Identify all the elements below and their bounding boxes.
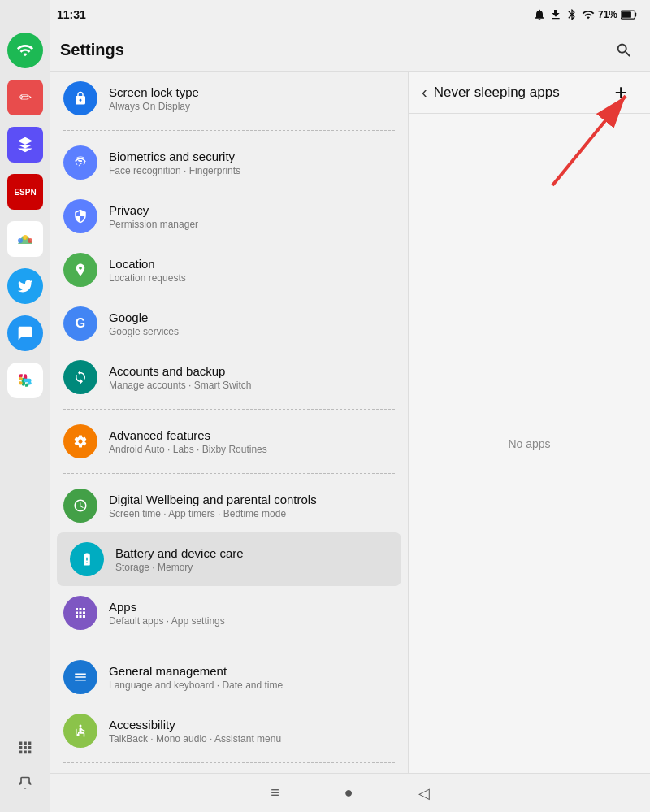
settings-text-location: Location Location requests (109, 257, 395, 284)
settings-list: Screen lock type Always On Display Biome… (50, 72, 408, 773)
sidebar-app-tasks[interactable]: ✏ (7, 80, 43, 115)
nav-home[interactable]: ● (344, 784, 353, 801)
settings-icon-battery (70, 542, 104, 576)
settings-icon-google: G (63, 306, 98, 341)
panel-title: Never sleeping apps (434, 85, 604, 101)
settings-text-screenlock: Screen lock type Always On Display (109, 85, 395, 112)
settings-text-privacy: Privacy Permission manager (109, 203, 395, 230)
sidebar-app-espn[interactable]: ESPN (7, 174, 43, 210)
svg-point-2 (28, 238, 32, 243)
settings-icon-biometrics (63, 145, 98, 180)
divider-3 (63, 473, 395, 474)
status-time: 11:31 (57, 8, 86, 21)
settings-text-google: Google Google services (109, 310, 395, 337)
settings-item-privacy[interactable]: Privacy Permission manager (50, 189, 408, 243)
search-button[interactable] (608, 34, 640, 67)
settings-item-battery[interactable]: Battery and device care Storage · Memory (57, 532, 401, 586)
alarm-icon (533, 8, 546, 21)
main-content: 11:31 71% Settings (50, 0, 650, 812)
settings-icon-screenlock (63, 81, 98, 115)
battery-icon (621, 9, 637, 20)
no-apps-text: No apps (495, 437, 563, 450)
settings-item-biometrics[interactable]: Biometrics and security Face recognition… (50, 136, 408, 189)
pin-icon[interactable] (17, 775, 33, 796)
settings-item-screenlock[interactable]: Screen lock type Always On Display (50, 72, 408, 125)
sidebar-app-slack[interactable] (7, 363, 43, 398)
nav-back[interactable]: ◁ (418, 784, 430, 802)
settings-text-wellbeing: Digital Wellbeing and parental controls … (109, 493, 395, 519)
settings-icon-general (63, 660, 98, 694)
battery-level: 71% (598, 9, 618, 20)
settings-icon-advanced (63, 424, 98, 458)
sidebar-app-twitter[interactable] (7, 268, 43, 304)
settings-item-advanced[interactable]: Advanced features Android Auto · Labs · … (50, 415, 408, 468)
divider-1 (63, 130, 395, 131)
svg-point-7 (80, 725, 82, 727)
top-bar: Settings (50, 29, 650, 72)
svg-rect-5 (635, 13, 637, 17)
settings-text-general: General management Language and keyboard… (109, 664, 395, 691)
settings-item-apps[interactable]: Apps Default apps · App settings (50, 586, 408, 640)
settings-item-location[interactable]: Location Location requests (50, 243, 408, 297)
settings-title: Settings (60, 41, 608, 59)
back-button[interactable]: ‹ (422, 83, 427, 102)
svg-rect-6 (622, 11, 631, 18)
sidebar-bottom (7, 728, 43, 796)
nav-bar: ≡ ● ◁ (50, 773, 650, 812)
settings-icon-location (63, 253, 98, 287)
settings-icon-accessibility (63, 714, 98, 748)
divider-4 (63, 645, 395, 645)
settings-item-wellbeing[interactable]: Digital Wellbeing and parental controls … (50, 479, 408, 532)
sidebar-app-relay[interactable] (7, 315, 43, 351)
svg-point-1 (18, 238, 23, 243)
status-bar: 11:31 71% (50, 0, 650, 29)
settings-item-general[interactable]: General management Language and keyboard… (50, 650, 408, 704)
content-area: Screen lock type Always On Display Biome… (50, 72, 650, 773)
download-icon (549, 8, 562, 21)
settings-icon-accounts (63, 360, 98, 394)
panel-right: ‹ Never sleeping apps + No apps (408, 72, 650, 773)
sidebar-app-wifi[interactable] (7, 33, 43, 68)
settings-text-accessibility: Accessibility TalkBack · Mono audio · As… (109, 718, 395, 745)
settings-text-biometrics: Biometrics and security Face recognition… (109, 150, 395, 176)
settings-icon-apps (63, 596, 98, 630)
settings-icon-privacy (63, 199, 98, 233)
nav-menu[interactable]: ≡ (271, 784, 280, 801)
divider-2 (63, 409, 395, 410)
settings-text-advanced: Advanced features Android Auto · Labs · … (109, 428, 395, 455)
settings-icon-wellbeing (63, 489, 98, 523)
add-button[interactable]: + (604, 76, 637, 109)
settings-text-apps: Apps Default apps · App settings (109, 600, 395, 627)
settings-item-google[interactable]: G Google Google services (50, 297, 408, 350)
panel-header: ‹ Never sleeping apps + (409, 72, 650, 114)
panel-content: No apps (409, 114, 650, 773)
settings-text-battery: Battery and device care Storage · Memory (115, 546, 388, 573)
sidebar-app-grid[interactable] (7, 728, 43, 764)
settings-text-accounts: Accounts and backup Manage accounts · Sm… (109, 364, 395, 391)
status-icons: 71% (533, 8, 637, 21)
settings-item-accessibility[interactable]: Accessibility TalkBack · Mono audio · As… (50, 704, 408, 758)
divider-5 (63, 762, 395, 763)
bluetooth-icon (566, 8, 578, 21)
settings-item-accounts[interactable]: Accounts and backup Manage accounts · Sm… (50, 350, 408, 404)
signal-icon (582, 8, 595, 21)
sidebar-app-gsuite[interactable] (7, 221, 43, 257)
sidebar-app-notes[interactable] (7, 127, 43, 163)
sidebar: ✏ ESPN (0, 0, 50, 812)
svg-point-3 (23, 235, 28, 240)
